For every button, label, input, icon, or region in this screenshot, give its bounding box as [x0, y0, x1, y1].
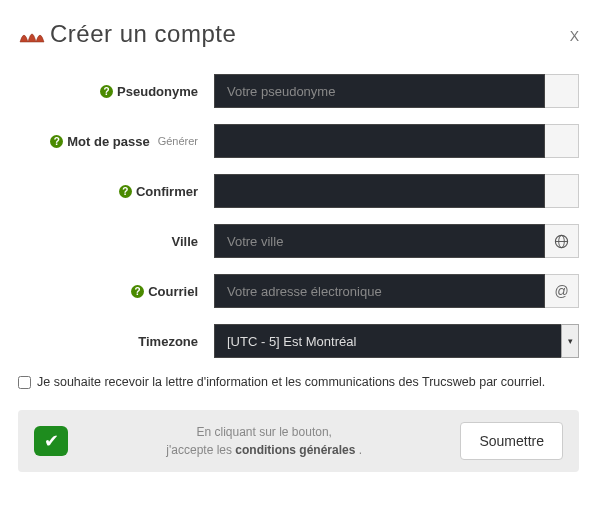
label-timezone: Timezone [138, 334, 198, 349]
row-password: ? Mot de passe Générer [18, 124, 579, 158]
check-icon: ✔ [34, 426, 68, 456]
terms-link[interactable]: conditions générales [235, 443, 355, 457]
pseudonyme-addon [545, 74, 579, 108]
modal-title: Créer un compte [50, 20, 236, 48]
row-confirm: ? Confirmer [18, 174, 579, 208]
generate-link[interactable]: Générer [158, 135, 198, 147]
close-button[interactable]: X [570, 28, 579, 44]
confirm-addon [545, 174, 579, 208]
label-confirm: Confirmer [136, 184, 198, 199]
modal-header: Créer un compte [18, 20, 579, 48]
logo-icon [18, 22, 46, 46]
ville-input[interactable] [214, 224, 545, 258]
submit-button[interactable]: Soumettre [460, 422, 563, 460]
help-icon[interactable]: ? [119, 185, 132, 198]
newsletter-checkbox[interactable] [18, 376, 31, 389]
create-account-modal: X Créer un compte ? Pseudonyme ? Mot de … [0, 0, 597, 482]
row-ville: Ville [18, 224, 579, 258]
row-timezone: Timezone [UTC - 5] Est Montréal ▾ [18, 324, 579, 358]
label-pseudonyme: Pseudonyme [117, 84, 198, 99]
password-addon [545, 124, 579, 158]
help-icon[interactable]: ? [50, 135, 63, 148]
row-pseudonyme: ? Pseudonyme [18, 74, 579, 108]
help-icon[interactable]: ? [100, 85, 113, 98]
at-icon: @ [545, 274, 579, 308]
newsletter-row[interactable]: Je souhaite recevoir la lettre d'informa… [18, 374, 579, 392]
row-courriel: ? Courriel @ [18, 274, 579, 308]
pseudonyme-input[interactable] [214, 74, 545, 108]
confirm-input[interactable] [214, 174, 545, 208]
label-password: Mot de passe [67, 134, 149, 149]
label-ville: Ville [171, 234, 198, 249]
globe-icon[interactable] [545, 224, 579, 258]
password-input[interactable] [214, 124, 545, 158]
timezone-select[interactable]: [UTC - 5] Est Montréal [214, 324, 579, 358]
label-courriel: Courriel [148, 284, 198, 299]
newsletter-label: Je souhaite recevoir la lettre d'informa… [37, 374, 545, 392]
modal-footer: ✔ En cliquant sur le bouton, j'accepte l… [18, 410, 579, 472]
help-icon[interactable]: ? [131, 285, 144, 298]
terms-text: En cliquant sur le bouton, j'accepte les… [80, 423, 448, 459]
courriel-input[interactable] [214, 274, 545, 308]
